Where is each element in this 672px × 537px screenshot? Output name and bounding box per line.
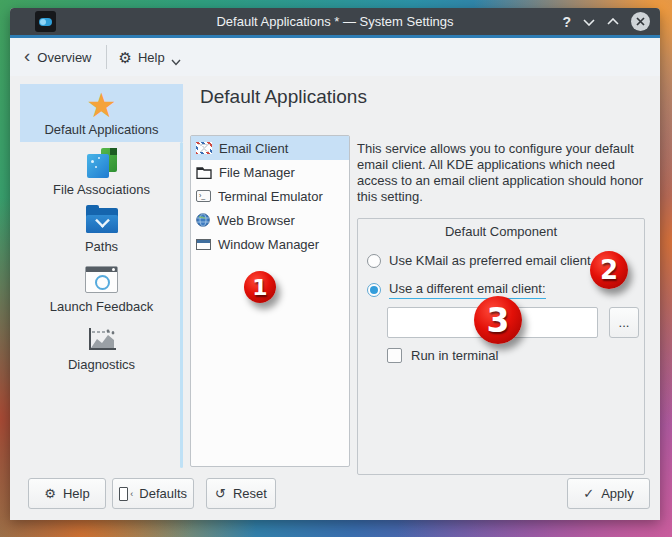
- defaults-button-label: Defaults: [139, 486, 187, 501]
- titlebar[interactable]: Default Applications * — System Settings…: [10, 8, 660, 35]
- apply-button-label: Apply: [601, 486, 634, 501]
- sidebar-item-launch-feedback[interactable]: Launch Feedback: [20, 266, 183, 318]
- checkbox-unchecked-icon[interactable]: [387, 348, 402, 363]
- radio-checked-icon[interactable]: [367, 283, 381, 297]
- sidebar-item-default-applications[interactable]: ★ Default Applications: [20, 84, 183, 142]
- annotation-badge-2: 2: [590, 251, 628, 289]
- checkmark-icon: ✓: [583, 487, 594, 500]
- back-chevron-icon: ‹: [24, 49, 30, 63]
- file-associations-icon: [87, 148, 117, 178]
- sidebar-scrollbar[interactable]: [180, 142, 183, 468]
- window-icon: [196, 239, 211, 250]
- busy-window-icon: [85, 266, 118, 293]
- help-button[interactable]: ⚙ Help: [28, 478, 106, 509]
- chevron-down-icon: [171, 59, 181, 66]
- email-icon: [196, 142, 212, 154]
- file-manager-icon: [196, 166, 212, 179]
- apply-button[interactable]: ✓ Apply: [567, 478, 650, 509]
- browse-button[interactable]: ...: [609, 307, 639, 338]
- annotation-badge-1: 1: [244, 271, 276, 303]
- toolbar-help-label: Help: [138, 50, 165, 65]
- help-button-label: Help: [63, 486, 90, 501]
- undo-arrow-icon: ↺: [215, 487, 226, 500]
- page-title: Default Applications: [200, 86, 367, 108]
- reset-button-label: Reset: [233, 486, 267, 501]
- service-description: This service allows you to configure you…: [357, 141, 653, 205]
- sidebar-item-file-associations[interactable]: File Associations: [20, 148, 183, 200]
- checkbox-label: Run in terminal: [411, 348, 498, 363]
- run-in-terminal-checkbox-row[interactable]: Run in terminal: [387, 348, 498, 363]
- annotation-badge-3: 3: [474, 296, 522, 344]
- radio-label: Use KMail as preferred email client: [389, 253, 591, 268]
- sidebar-item-label: Paths: [85, 239, 118, 254]
- toolbar-help-button[interactable]: ⚙ Help: [119, 50, 181, 65]
- overview-label: Overview: [37, 50, 91, 65]
- browse-button-label: ...: [619, 315, 630, 330]
- service-list: Email Client File Manager ›_ Terminal Em…: [190, 135, 350, 467]
- toolbar: ‹ Overview ⚙ Help: [10, 38, 660, 76]
- list-item-window-manager[interactable]: Window Manager: [191, 232, 349, 256]
- sidebar-item-label: Default Applications: [44, 122, 158, 137]
- folder-icon: [86, 208, 118, 233]
- list-item-label: File Manager: [219, 165, 295, 180]
- sidebar-item-paths[interactable]: Paths: [20, 208, 183, 258]
- system-settings-window: Default Applications * — System Settings…: [10, 8, 660, 520]
- kde-gear-icon: ⚙: [44, 487, 56, 500]
- document-revert-icon: ‹: [119, 487, 128, 501]
- list-item-label: Web Browser: [217, 213, 295, 228]
- desktop: Default Applications * — System Settings…: [0, 0, 672, 537]
- titlebar-help-icon[interactable]: ?: [562, 14, 571, 30]
- radio-label: Use a different email client:: [389, 281, 546, 299]
- list-item-label: Terminal Emulator: [218, 189, 323, 204]
- radio-unchecked-icon[interactable]: [367, 254, 381, 268]
- chart-icon: [86, 326, 118, 352]
- sidebar-item-diagnostics[interactable]: Diagnostics: [20, 326, 183, 378]
- close-icon[interactable]: [631, 12, 650, 31]
- maximize-icon[interactable]: [607, 18, 619, 26]
- terminal-icon: ›_: [196, 190, 211, 202]
- radio-use-kmail[interactable]: Use KMail as preferred email client: [367, 253, 591, 268]
- radio-use-different-client[interactable]: Use a different email client:: [367, 281, 546, 299]
- kde-gear-icon: ⚙: [119, 50, 132, 65]
- star-icon: ★: [86, 88, 116, 122]
- list-item-file-manager[interactable]: File Manager: [191, 160, 349, 184]
- globe-icon: [196, 213, 210, 227]
- defaults-button[interactable]: ‹ Defaults: [112, 478, 194, 509]
- sidebar-item-label: File Associations: [53, 182, 150, 197]
- list-item-label: Window Manager: [218, 237, 319, 252]
- list-item-terminal-emulator[interactable]: ›_ Terminal Emulator: [191, 184, 349, 208]
- overview-button[interactable]: ‹ Overview: [24, 50, 92, 65]
- list-item-email-client[interactable]: Email Client: [191, 136, 349, 160]
- reset-button[interactable]: ↺ Reset: [206, 478, 276, 509]
- groupbox-title: Default Component: [358, 224, 644, 239]
- shade-icon[interactable]: [583, 18, 595, 26]
- list-item-web-browser[interactable]: Web Browser: [191, 208, 349, 232]
- sidebar-item-label: Diagnostics: [68, 357, 135, 372]
- toolbar-separator: [106, 45, 107, 69]
- sidebar-item-label: Launch Feedback: [50, 299, 153, 314]
- list-item-label: Email Client: [219, 141, 288, 156]
